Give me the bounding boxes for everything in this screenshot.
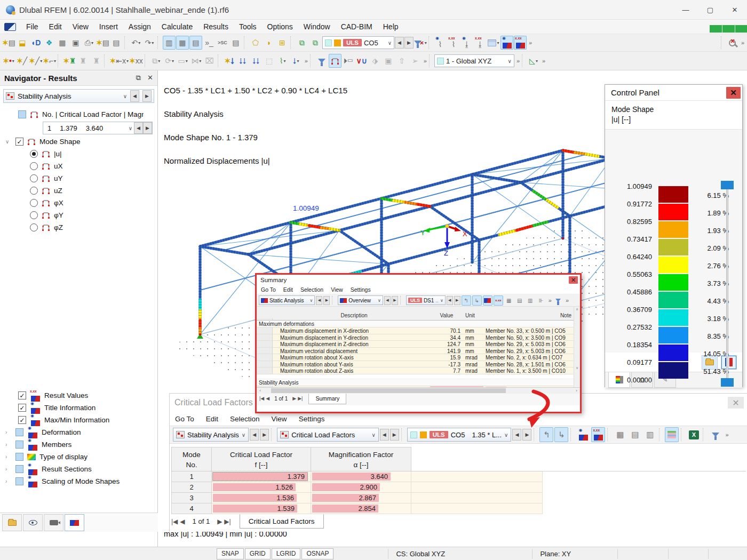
prev-button[interactable]: ◀: [384, 296, 391, 305]
alpha-cell[interactable]: 2.867: [311, 493, 411, 503]
result-sections-checkbox[interactable]: [15, 465, 23, 473]
table-view-icon[interactable]: ▤: [229, 36, 242, 50]
select-circle-icon[interactable]: ◗: [263, 36, 275, 50]
member-load2-icon[interactable]: ⭣⭣: [250, 54, 263, 68]
next-button[interactable]: ▶: [454, 296, 460, 305]
overflow-chevrons[interactable]: »: [740, 39, 745, 46]
item-label[interactable]: Scaling of Mode Shapes: [42, 477, 120, 485]
toggle-tables-icon[interactable]: ▦: [176, 36, 189, 50]
excel-export-icon[interactable]: X: [687, 427, 701, 442]
grid-toggle[interactable]: GRID: [245, 548, 271, 559]
summary-vscrollbar[interactable]: ∧∨: [574, 307, 580, 388]
maximize-button[interactable]: ▢: [698, 0, 722, 20]
dim-xx-icon[interactable]: ✶xx: [129, 54, 143, 68]
panel-close-icon[interactable]: ✕: [728, 397, 744, 409]
table-full-icon[interactable]: ▦: [613, 427, 627, 442]
menu-window[interactable]: Window: [298, 20, 336, 33]
item-label[interactable]: Max/Min Information: [44, 416, 109, 424]
select-special-icon[interactable]: ⊞: [276, 36, 289, 50]
new-support-icon[interactable]: ✶♜: [63, 54, 76, 68]
expand-icon[interactable]: ›: [5, 429, 12, 435]
f-cell[interactable]: 1.536: [212, 493, 311, 503]
scale-slider-bottom-handle[interactable]: [721, 378, 734, 387]
load-group-icon[interactable]: ⭣▾: [290, 54, 303, 68]
summary-row[interactable]: Maximum rotation about X-axis15.9mradMem…: [257, 354, 580, 361]
animation-icon[interactable]: ⏵▭: [342, 54, 355, 68]
menu-tools[interactable]: Tools: [234, 20, 262, 33]
lgrid-toggle[interactable]: LGRID: [272, 548, 301, 559]
collapse-icon[interactable]: ∨: [5, 139, 12, 145]
summary-titlebar[interactable]: Summary ✕: [257, 275, 580, 285]
mode-no-cell[interactable]: 4: [171, 503, 212, 514]
option-label[interactable]: φX: [54, 199, 63, 207]
mode-shape-label[interactable]: Mode Shape: [39, 138, 81, 146]
overflow-chevrons[interactable]: »: [541, 58, 546, 64]
next-page-icon[interactable]: ▶: [217, 518, 222, 525]
prev-page-icon[interactable]: ◀: [266, 396, 269, 401]
option-label[interactable]: uZ: [54, 187, 62, 195]
model-cube-icon[interactable]: ❖: [43, 36, 55, 50]
sync-selection-icon[interactable]: ↰: [539, 427, 553, 442]
new-line-icon[interactable]: ✶╱: [15, 54, 28, 68]
radio-ux[interactable]: [30, 162, 38, 170]
menu-help[interactable]: Help: [378, 20, 404, 33]
box-icon[interactable]: ⌧: [203, 54, 216, 68]
table-combo[interactable]: Critical Load Factors ∨: [277, 428, 379, 442]
item-label[interactable]: Deformation: [42, 428, 81, 436]
flowchart1-icon[interactable]: ⧉: [296, 36, 308, 50]
radio-u-abs[interactable]: [30, 150, 38, 158]
sync-view-icon[interactable]: ↳: [554, 427, 568, 442]
radio-uz[interactable]: [30, 187, 38, 195]
result-eye-icon[interactable]: [576, 427, 590, 442]
control-panel-close-icon[interactable]: ✕: [726, 87, 741, 99]
members-checkbox[interactable]: [15, 441, 23, 449]
f-cell[interactable]: 1.526: [212, 482, 311, 493]
result-values-checkbox[interactable]: ✓: [18, 391, 26, 399]
app-menu-icon[interactable]: [4, 23, 16, 31]
new-member-icon[interactable]: ✶╱▾: [29, 54, 42, 68]
fly-icon[interactable]: ➢: [409, 54, 422, 68]
imperfection-icon[interactable]: ⌇▾: [276, 54, 289, 68]
mode-no-cell[interactable]: 1: [171, 471, 212, 482]
display-navigator-tab[interactable]: [23, 514, 43, 531]
new-model-icon[interactable]: ✶▤: [2, 36, 15, 50]
alpha-cell[interactable]: 2.854: [311, 503, 411, 514]
close-navigator-icon[interactable]: ✕: [147, 74, 153, 82]
option-label[interactable]: uX: [54, 162, 63, 170]
frame-icon[interactable]: ▭▾: [177, 54, 189, 68]
stability-row[interactable]: Minimum critical load factor 1.379 -- CO…: [257, 386, 580, 388]
load-eye-icon[interactable]: ⭳: [460, 36, 473, 50]
color-scale[interactable]: 1.00949 0.91772 0.82595 0.73417 0.64240 …: [605, 130, 742, 353]
table-filtered-icon[interactable]: ▥: [526, 295, 535, 306]
member-eye-icon[interactable]: ⌇: [434, 36, 447, 50]
render-icon[interactable]: ▣: [382, 54, 395, 68]
menu-results[interactable]: Results: [198, 20, 234, 33]
redo-icon[interactable]: ↷▾: [143, 36, 156, 50]
menu-goto[interactable]: Go To: [175, 415, 194, 423]
support3-icon[interactable]: ♜: [90, 54, 102, 68]
next-page-icon[interactable]: ▶: [292, 396, 296, 401]
copy-icon[interactable]: ⧉▾: [150, 54, 163, 68]
menu-edit[interactable]: Edit: [44, 20, 67, 33]
radio-uy[interactable]: [30, 174, 38, 182]
overflow-chevrons[interactable]: »: [547, 297, 552, 303]
chart-bars-icon[interactable]: [665, 427, 679, 442]
mode-number-combo[interactable]: 1 1.379 3.640 ∨ ◀ ▶: [43, 122, 153, 134]
loading-combo[interactable]: ULS CO5 1.35 * L... ∨: [407, 428, 512, 442]
item-label[interactable]: Title Information: [44, 404, 96, 412]
filter-window-icon[interactable]: [709, 427, 722, 442]
plane-icon[interactable]: ⬗: [369, 54, 382, 68]
deformation-checkbox[interactable]: [15, 428, 23, 436]
walk-icon[interactable]: ⇧: [395, 54, 408, 68]
table-compact-icon[interactable]: ▤: [515, 295, 525, 306]
data-navigator-tab[interactable]: [2, 514, 22, 531]
f-cell[interactable]: 1.539: [212, 503, 311, 514]
maxmin-info-checkbox[interactable]: ✓: [18, 416, 26, 424]
menu-file[interactable]: File: [21, 20, 44, 33]
analysis-combo[interactable]: Static Analysis∨: [259, 295, 315, 305]
next-button[interactable]: ▶: [392, 296, 398, 305]
loading-next-button[interactable]: ▶: [522, 429, 531, 441]
scale-slider-top-handle[interactable]: [721, 181, 734, 189]
loading-combo[interactable]: ULS CO5 ∨: [322, 36, 394, 49]
flowchart2-icon[interactable]: ⧉: [309, 36, 322, 50]
